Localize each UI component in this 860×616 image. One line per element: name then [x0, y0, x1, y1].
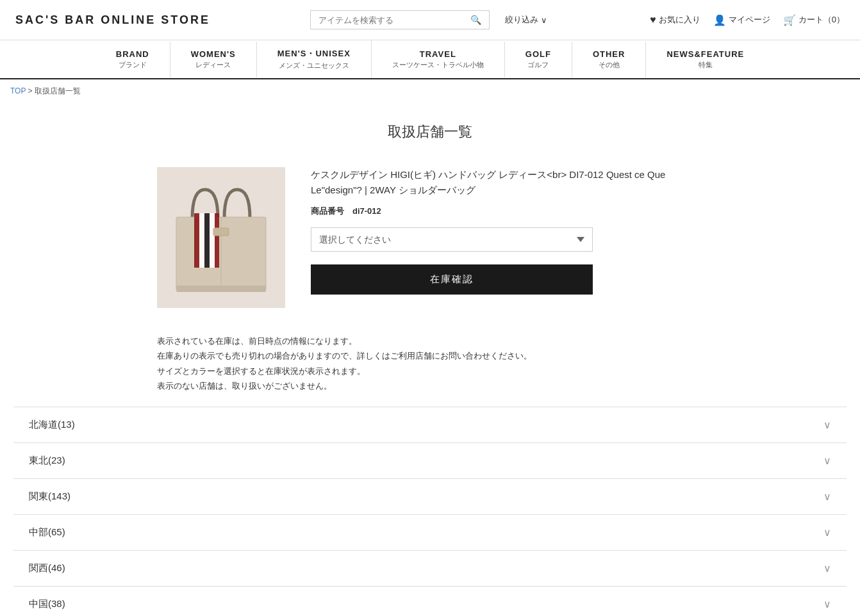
- breadcrumb-current: 取扱店舗一覧: [35, 86, 81, 95]
- svg-rect-3: [199, 213, 204, 268]
- filter-button[interactable]: 絞り込み ∨: [505, 14, 550, 26]
- product-number-value: di7-012: [352, 206, 381, 216]
- region-kanto-header[interactable]: 関東(143) ∨: [13, 479, 847, 514]
- breadcrumb-top-link[interactable]: TOP: [10, 86, 26, 95]
- chevron-down-icon-kansai: ∨: [823, 562, 831, 574]
- nav-travel-ja: スーツケース・トラベル小物: [392, 60, 484, 70]
- nav-womens-en: WOMEN'S: [191, 49, 236, 59]
- product-info: ケスクルデザイン HIGI(ヒギ) ハンドバッグ レディース<br> DI7-0…: [311, 167, 703, 295]
- mypage-button[interactable]: 👤 マイページ: [713, 14, 770, 26]
- region-kansai-header[interactable]: 関西(46) ∨: [13, 551, 847, 586]
- nav-golf-ja: ゴルフ: [525, 60, 551, 70]
- search-bar[interactable]: 🔍: [310, 10, 490, 29]
- nav-travel-en: TRAVEL: [392, 49, 484, 59]
- svg-rect-6: [215, 213, 219, 268]
- region-hokkaido-header[interactable]: 北海道(13) ∨: [13, 407, 847, 442]
- product-bag-svg: [157, 167, 285, 308]
- chevron-down-icon-chugoku: ∨: [823, 598, 831, 610]
- favorites-label: お気に入り: [659, 14, 700, 26]
- color-size-select[interactable]: 選択してください: [311, 227, 593, 252]
- nav-other-en: OTHER: [593, 49, 625, 59]
- region-chugoku: 中国(38) ∨: [13, 587, 847, 616]
- svg-rect-5: [210, 213, 215, 268]
- product-name: ケスクルデザイン HIGI(ヒギ) ハンドバッグ レディース<br> DI7-0…: [311, 167, 703, 198]
- nav-brand-ja: ブランド: [116, 60, 149, 70]
- info-text: 表示されている在庫は、前日時点の情報になります。 在庫ありの表示でも売り切れの場…: [142, 334, 718, 407]
- region-hokkaido-label: 北海道(13): [29, 419, 75, 431]
- product-image: [157, 167, 285, 308]
- product-section: ケスクルデザイン HIGI(ヒギ) ハンドバッグ レディース<br> DI7-0…: [142, 154, 718, 321]
- product-image-placeholder: [157, 167, 285, 308]
- info-line-2: 在庫ありの表示でも売り切れの場合がありますので、詳しくはご利用店舗にお問い合わせ…: [157, 348, 703, 363]
- nav-womens-ja: レディース: [191, 60, 236, 70]
- info-line-3: サイズとカラーを選択すると在庫状況が表示されます。: [157, 364, 703, 378]
- cart-label: カート（0）: [798, 14, 845, 26]
- header-right: ♥ お気に入り 👤 マイページ 🛒 カート（0）: [650, 14, 845, 26]
- nav-brand-en: BRAND: [116, 49, 149, 59]
- main-nav: BRAND ブランド WOMEN'S レディース MEN'S・UNISEX メン…: [0, 40, 860, 79]
- nav-item-news[interactable]: NEWS&FEATURE 特集: [646, 42, 765, 77]
- nav-item-mens[interactable]: MEN'S・UNISEX メンズ・ユニセックス: [257, 40, 372, 78]
- info-line-1: 表示されている在庫は、前日時点の情報になります。: [157, 334, 703, 348]
- nav-news-ja: 特集: [666, 60, 744, 70]
- region-kansai: 関西(46) ∨: [13, 551, 847, 587]
- mypage-label: マイページ: [729, 14, 770, 26]
- chevron-down-icon-hokkaido: ∨: [823, 419, 831, 431]
- svg-rect-8: [213, 228, 229, 236]
- region-chugoku-label: 中国(38): [29, 598, 65, 610]
- header: SAC'S BAR ONLINE STORE 🔍 絞り込み ∨ ♥ お気に入り …: [0, 0, 860, 40]
- filter-label: 絞り込み: [505, 14, 538, 26]
- breadcrumb: TOP > 取扱店舗一覧: [0, 79, 860, 103]
- region-kansai-label: 関西(46): [29, 562, 65, 574]
- store-sections: 北海道(13) ∨ 東北(23) ∨ 関東(143) ∨ 中部(65) ∨ 関西…: [13, 407, 847, 616]
- nav-item-travel[interactable]: TRAVEL スーツケース・トラベル小物: [372, 42, 505, 77]
- region-tohoku-label: 東北(23): [29, 455, 65, 467]
- user-icon: 👤: [713, 14, 726, 26]
- chevron-down-icon-tohoku: ∨: [823, 455, 831, 467]
- nav-golf-en: GOLF: [525, 49, 551, 59]
- check-stock-button[interactable]: 在庫確認: [311, 264, 593, 295]
- nav-mens-en: MEN'S・UNISEX: [277, 48, 351, 60]
- nav-other-ja: その他: [593, 60, 625, 70]
- select-wrapper: 選択してください: [311, 227, 593, 252]
- chevron-down-icon-kanto: ∨: [823, 490, 831, 503]
- region-chubu-header[interactable]: 中部(65) ∨: [13, 515, 847, 550]
- region-hokkaido: 北海道(13) ∨: [13, 407, 847, 443]
- region-chugoku-header[interactable]: 中国(38) ∨: [13, 587, 847, 616]
- region-chubu-label: 中部(65): [29, 526, 65, 539]
- info-line-4: 表示のない店舗は、取り扱いがございません。: [157, 378, 703, 393]
- region-tohoku-header[interactable]: 東北(23) ∨: [13, 443, 847, 478]
- region-kanto-label: 関東(143): [29, 490, 70, 503]
- svg-rect-4: [204, 213, 210, 268]
- heart-icon: ♥: [650, 14, 656, 26]
- cart-icon: 🛒: [783, 14, 796, 26]
- site-logo: SAC'S BAR ONLINE STORE: [15, 13, 210, 27]
- nav-item-brand[interactable]: BRAND ブランド: [95, 42, 170, 77]
- nav-item-other[interactable]: OTHER その他: [572, 42, 647, 77]
- region-tohoku: 東北(23) ∨: [13, 443, 847, 479]
- search-icon: 🔍: [470, 15, 481, 25]
- chevron-down-icon-chubu: ∨: [823, 526, 831, 539]
- product-number: 商品番号 di7-012: [311, 206, 703, 217]
- region-chubu: 中部(65) ∨: [13, 515, 847, 551]
- search-input[interactable]: [318, 15, 467, 25]
- svg-rect-7: [176, 286, 266, 292]
- product-number-label: 商品番号: [311, 206, 344, 216]
- svg-rect-2: [194, 213, 199, 268]
- cart-button[interactable]: 🛒 カート（0）: [783, 14, 845, 26]
- nav-mens-ja: メンズ・ユニセックス: [277, 61, 351, 70]
- nav-news-en: NEWS&FEATURE: [666, 49, 744, 59]
- nav-item-golf[interactable]: GOLF ゴルフ: [505, 42, 572, 77]
- chevron-down-icon: ∨: [541, 15, 547, 25]
- favorites-button[interactable]: ♥ お気に入り: [650, 14, 700, 26]
- breadcrumb-separator: >: [26, 86, 35, 95]
- region-kanto: 関東(143) ∨: [13, 479, 847, 515]
- nav-item-womens[interactable]: WOMEN'S レディース: [170, 42, 257, 77]
- page-title: 取扱店舗一覧: [0, 103, 860, 154]
